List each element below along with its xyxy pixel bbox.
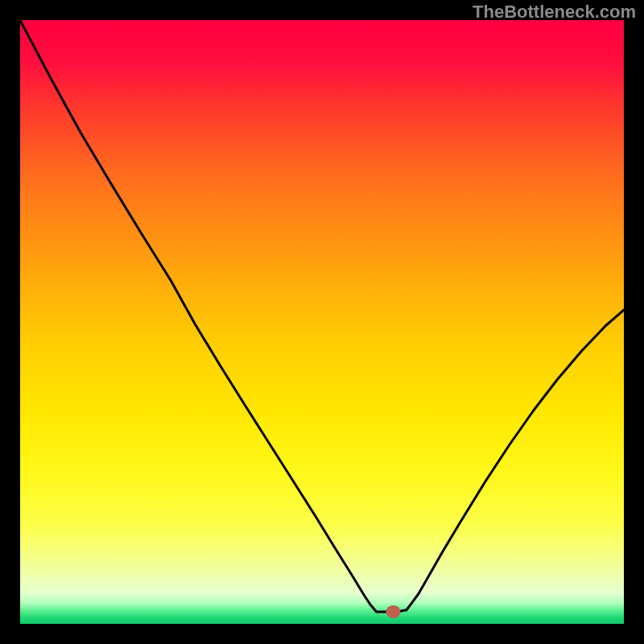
chart-container: TheBottleneck.com	[0, 0, 644, 644]
gradient-background	[20, 20, 624, 624]
watermark-text: TheBottleneck.com	[473, 2, 636, 23]
plot-area	[20, 20, 624, 624]
gradient-rect	[20, 20, 624, 624]
